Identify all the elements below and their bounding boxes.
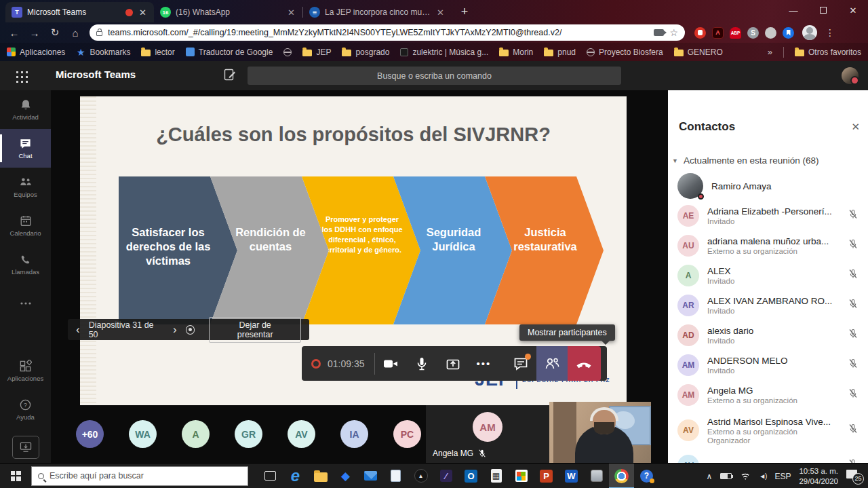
taskbar-app-button[interactable] bbox=[383, 464, 408, 488]
language-indicator[interactable]: ESP bbox=[774, 472, 791, 481]
clock[interactable]: 10:53 a. m. 29/04/2020 bbox=[799, 466, 838, 487]
taskbar-app-button[interactable] bbox=[258, 464, 283, 488]
private-view-icon[interactable] bbox=[186, 325, 195, 335]
stop-presenting-button[interactable]: Dejar de presentar bbox=[209, 317, 301, 343]
extension-icon[interactable] bbox=[783, 27, 794, 39]
extension-icon[interactable] bbox=[694, 27, 706, 39]
bookmark-item[interactable]: Proyecto Biosfera bbox=[587, 48, 663, 57]
close-button[interactable]: ✕ bbox=[838, 0, 868, 20]
show-participants-button[interactable] bbox=[536, 346, 568, 381]
tab-close-icon[interactable]: ✕ bbox=[286, 7, 296, 18]
camera-button[interactable] bbox=[375, 346, 406, 381]
minimize-button[interactable]: — bbox=[778, 0, 808, 20]
bookmark-item[interactable]: pnud bbox=[544, 48, 576, 57]
new-chat-icon[interactable] bbox=[224, 69, 236, 81]
more-options-button[interactable]: ••• bbox=[469, 346, 500, 381]
taskbar-app-button[interactable]: ? bbox=[634, 464, 659, 488]
meeting-section-header[interactable]: ▼ Actualmente en esta reunión (68) bbox=[672, 155, 860, 166]
camera-permission-icon[interactable] bbox=[654, 29, 664, 36]
tray-icon[interactable] bbox=[720, 473, 732, 479]
tab-close-icon[interactable]: ✕ bbox=[138, 7, 148, 18]
participant-row[interactable]: AV Astrid Marisol Espinosa Vive... Exter… bbox=[668, 410, 868, 451]
taskbar-app-button[interactable] bbox=[609, 464, 634, 488]
taskbar-app-button[interactable] bbox=[358, 464, 383, 488]
sidebar-item-calendario[interactable]: Calendario bbox=[0, 206, 51, 245]
notification-center[interactable]: 25 bbox=[846, 470, 863, 483]
forward-button[interactable]: → bbox=[26, 27, 43, 39]
url-input[interactable] bbox=[108, 28, 648, 37]
tab-close-icon[interactable]: ✕ bbox=[435, 7, 446, 18]
participant-row[interactable]: AM Angela MG Externo a su organización bbox=[668, 380, 868, 410]
participant-row[interactable]: A ALEX Invitado bbox=[668, 261, 868, 290]
taskbar-app-button[interactable]: W bbox=[559, 464, 584, 488]
participant-avatar[interactable]: IA bbox=[340, 420, 368, 448]
bookmark-item[interactable]: Morin bbox=[499, 48, 533, 57]
participant-row[interactable]: AD alexis dario Invitado bbox=[668, 320, 868, 350]
sidebar-item-actividad[interactable]: Actividad bbox=[0, 90, 51, 129]
bookmark-item[interactable]: Traductor de Google bbox=[186, 48, 273, 57]
participant-row[interactable]: AM ANDERSON MELO Invitado bbox=[668, 350, 868, 380]
extension-icon[interactable] bbox=[765, 27, 776, 39]
teams-search-bar[interactable] bbox=[248, 67, 621, 85]
taskbar-app-button[interactable]: ∕ bbox=[433, 464, 458, 488]
sidebar-item-more[interactable] bbox=[0, 284, 51, 322]
tray-icon[interactable] bbox=[759, 472, 766, 480]
user-avatar[interactable] bbox=[842, 67, 859, 84]
share-screen-button[interactable] bbox=[437, 346, 469, 381]
participant-avatar[interactable]: WA bbox=[129, 420, 157, 448]
tab-microsoft-teams[interactable]: T Microsoft Teams ✕ bbox=[5, 2, 154, 22]
bookmark-item[interactable]: GENERO bbox=[674, 48, 723, 57]
taskbar-app-button[interactable] bbox=[584, 464, 609, 488]
url-bar[interactable]: ☆ bbox=[90, 24, 685, 41]
participant-row[interactable]: AU adriana malena muñoz urba... Externo … bbox=[668, 231, 868, 261]
presenter-video-tile[interactable] bbox=[549, 402, 651, 463]
tab-whatsapp[interactable]: 16 (16) WhatsApp ✕ bbox=[154, 2, 302, 22]
download-desktop-app-button[interactable] bbox=[12, 436, 39, 459]
extension-icon[interactable]: S bbox=[747, 27, 759, 39]
chat-button[interactable] bbox=[505, 346, 536, 381]
taskbar-app-button[interactable]: ▦ bbox=[484, 464, 509, 488]
taskbar-search-input[interactable] bbox=[50, 471, 241, 481]
sidebar-item-chat[interactable]: Chat bbox=[0, 129, 51, 168]
extension-icon[interactable]: A bbox=[712, 27, 724, 39]
browser-profile-avatar[interactable] bbox=[802, 25, 817, 40]
taskbar-app-button[interactable]: ▲ bbox=[408, 464, 433, 488]
bookmark-item[interactable]: posgrado bbox=[342, 48, 389, 57]
participant-tile-angela[interactable]: AM Angela MG bbox=[426, 405, 549, 463]
taskbar-app-button[interactable] bbox=[509, 464, 534, 488]
app-launcher-icon[interactable] bbox=[15, 70, 28, 83]
bookmark-item[interactable]: zulektric | Música g... bbox=[400, 48, 488, 57]
taskbar-app-button[interactable]: O bbox=[458, 464, 484, 488]
participant-avatar[interactable]: PC bbox=[393, 420, 421, 448]
tab-jep-news[interactable]: ≡ La JEP incorpora cinco municipi ✕ bbox=[303, 2, 452, 22]
bookmarks-overflow-icon[interactable]: » bbox=[768, 47, 772, 57]
mic-button[interactable] bbox=[406, 346, 437, 381]
participant-avatar[interactable]: AV bbox=[288, 420, 315, 448]
bookmark-star-icon[interactable]: ☆ bbox=[669, 27, 678, 38]
restore-button[interactable] bbox=[808, 0, 838, 20]
new-tab-button[interactable]: + bbox=[456, 3, 473, 20]
participant-avatar[interactable]: GR bbox=[235, 420, 262, 448]
participant-row[interactable]: Ramiro Amaya bbox=[668, 171, 868, 201]
back-button[interactable]: ← bbox=[5, 27, 23, 39]
bookmark-item[interactable]: Aplicaciones bbox=[7, 48, 65, 57]
sidebar-item-aplicaciones[interactable]: Aplicaciones bbox=[0, 352, 51, 390]
participant-row[interactable]: AE Adriana Elizabeth -Personerí... Invit… bbox=[668, 201, 868, 231]
taskbar-app-button[interactable]: P bbox=[534, 464, 559, 488]
browser-menu-icon[interactable]: ⋮ bbox=[825, 27, 836, 38]
sidebar-item-ayuda[interactable]: ? Ayuda bbox=[0, 390, 51, 429]
taskbar-search[interactable] bbox=[31, 466, 248, 486]
participant-avatar[interactable]: A bbox=[182, 420, 210, 448]
taskbar-app-button[interactable] bbox=[308, 464, 333, 488]
participant-row[interactable]: AV ASTRID MARISOL ESPINOSA... bbox=[668, 451, 868, 463]
taskbar-app-button[interactable]: e bbox=[283, 464, 308, 488]
tray-icon[interactable] bbox=[706, 472, 712, 481]
sidebar-item-equipos[interactable]: Equipos bbox=[0, 168, 51, 206]
participant-row[interactable]: AR ALEX IVAN ZAMBRANO RO... Invitado bbox=[668, 290, 868, 320]
bookmark-item[interactable] bbox=[283, 48, 292, 56]
taskbar-app-button[interactable]: ◆ bbox=[333, 464, 358, 488]
tray-icon[interactable] bbox=[740, 472, 751, 480]
reload-button[interactable]: ↻ bbox=[46, 26, 64, 39]
participant-avatar[interactable]: +60 bbox=[76, 420, 104, 448]
home-button[interactable]: ⌂ bbox=[66, 27, 84, 39]
